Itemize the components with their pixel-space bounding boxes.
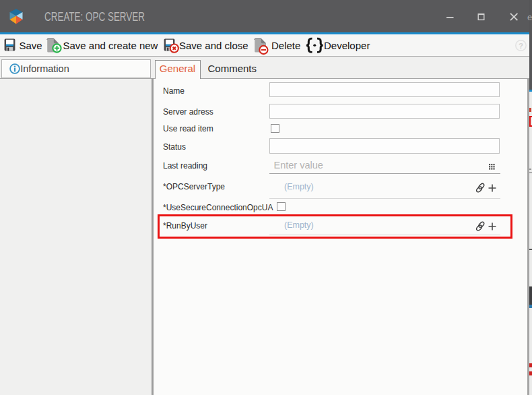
svg-text:?: ? bbox=[519, 42, 523, 50]
